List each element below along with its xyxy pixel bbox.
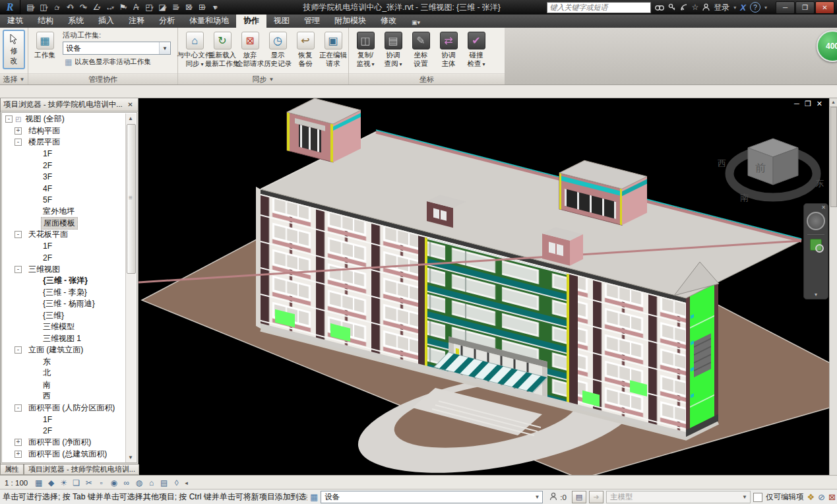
tree-item[interactable]: - 楼层平面 (3, 137, 126, 148)
ribbon-display-toggle[interactable]: ▣▾ (408, 17, 424, 28)
project-browser-tab[interactable]: 项目浏览器 - 技师学院机电培训... (24, 464, 139, 475)
expand-toggle-icon[interactable] (30, 162, 36, 168)
expand-toggle-icon[interactable] (30, 290, 36, 296)
communication-center-icon[interactable] (680, 3, 688, 11)
restore-backup-button[interactable]: ↩ 恢复 备份▾ (292, 30, 319, 68)
worksets-button[interactable]: ▦ 工作集 (31, 30, 59, 60)
search-icon[interactable] (655, 4, 664, 11)
expand-toggle-icon[interactable]: + (15, 451, 22, 458)
expand-toggle-icon[interactable]: - (5, 115, 13, 123)
relinquish-all-button[interactable]: ⊠ 放弃 全部请求▾ (236, 30, 264, 68)
tab-systems[interactable]: 系统 (61, 13, 91, 28)
design-option-select[interactable]: 主模型▼ (606, 491, 751, 503)
tree-item[interactable]: 2F (3, 425, 126, 437)
close-hidden-windows-icon[interactable]: ⊠▾ (183, 1, 195, 13)
expand-toggle-icon[interactable] (30, 416, 36, 422)
tree-item[interactable]: + 面积平面 (净面积) (3, 437, 126, 449)
tree-item[interactable]: 东 (3, 356, 126, 368)
canvas-scrollbar[interactable]: ▲ (829, 98, 837, 475)
expand-toggle-icon[interactable]: + (15, 127, 22, 135)
thin-lines-icon[interactable]: ≣▾ (170, 1, 182, 13)
tab-modify[interactable]: 修改 (373, 13, 404, 28)
reveal-hidden-elements-icon[interactable]: ◍ (133, 477, 144, 488)
tree-item[interactable]: - 三维视图 (3, 264, 126, 276)
navbar-options-icon[interactable]: ▾ (815, 292, 817, 299)
view-close-icon[interactable]: ✕ (817, 100, 822, 108)
detail-level-icon[interactable]: ▦ (33, 477, 44, 488)
tree-item[interactable]: {三维} (3, 310, 126, 322)
tab-manage[interactable]: 管理 (297, 13, 327, 28)
tree-item[interactable]: + 结构平面 (3, 125, 126, 137)
worksharing-display-settings-button[interactable]: ▤ (572, 491, 586, 503)
expand-toggle-icon[interactable] (30, 301, 36, 307)
tab-addins[interactable]: 附加模块 (327, 13, 373, 28)
temporary-hide-isolate-icon[interactable]: ∞ (121, 477, 132, 488)
tree-item[interactable]: 室外地坪 (3, 206, 126, 218)
zoom-icon[interactable] (810, 239, 822, 251)
sign-in-label[interactable]: 登录 (714, 2, 729, 13)
save-icon[interactable]: ◫▾ (38, 1, 50, 13)
expand-toggle-icon[interactable] (30, 220, 36, 226)
tab-massing-site[interactable]: 体量和场地 (182, 13, 236, 28)
tab-annotate[interactable]: 注释 (121, 13, 152, 28)
navbar-close-icon[interactable]: ✕ (821, 205, 826, 210)
canvas-scroll-up-icon[interactable]: ▲ (830, 98, 837, 107)
expand-toggle-icon[interactable] (30, 278, 36, 284)
expand-toggle-icon[interactable] (30, 208, 36, 214)
synchronize-with-central-button[interactable]: ⌂ 与中心文件 同步▾ (181, 30, 208, 68)
expand-toggle-icon[interactable]: - (15, 404, 22, 412)
tab-insert[interactable]: 插入 (91, 13, 121, 28)
modify-button[interactable]: 修改 (3, 30, 25, 69)
expand-toggle-icon[interactable] (30, 428, 36, 434)
tree-item[interactable]: 北 (3, 367, 126, 379)
section-icon[interactable]: ◪▾ (156, 1, 169, 13)
browser-scrollbar[interactable]: ▲ ▼ (125, 113, 136, 462)
tree-item[interactable]: 2F (3, 252, 126, 264)
signin-dropdown-icon[interactable]: ▾ (733, 5, 736, 11)
tree-item[interactable]: 2F (3, 160, 126, 172)
expand-toggle-icon[interactable]: + (15, 439, 22, 446)
canvas-scrollbar-thumb[interactable] (830, 107, 837, 207)
expand-toggle-icon[interactable] (30, 382, 36, 388)
show-history-button[interactable]: ◷ 显示 历史记录▾ (264, 30, 292, 68)
crop-view-icon[interactable]: ✂ (83, 477, 94, 488)
tree-item[interactable]: 1F (3, 148, 126, 160)
aligned-dimension-icon[interactable]: ↔▾ (104, 1, 116, 13)
help-icon[interactable]: ? (750, 2, 760, 13)
shadows-icon[interactable]: ❏ (71, 477, 82, 488)
measure-icon[interactable]: ∠▾ (90, 1, 103, 13)
tab-view[interactable]: 视图 (266, 13, 297, 28)
tree-item[interactable]: {三维 - 杨雨迪} (3, 298, 126, 310)
crop-region-visibility-icon[interactable]: ▫ (96, 477, 107, 488)
switch-windows-icon[interactable]: ⊞▾ (196, 1, 208, 13)
expand-toggle-icon[interactable] (30, 370, 36, 376)
close-button[interactable]: ✕ (815, 1, 834, 14)
project-browser-titlebar[interactable]: 项目浏览器 - 技师学院机电培训中... ✕ (1, 98, 138, 111)
view-restore-icon[interactable]: ❐ (805, 100, 811, 108)
expand-toggle-icon[interactable] (30, 174, 36, 180)
expand-toggle-icon[interactable] (30, 393, 36, 399)
editing-requests-icon[interactable] (549, 492, 557, 503)
interference-check-button[interactable]: ✔ 碰撞 检查▾ (462, 30, 490, 68)
tree-item[interactable]: - 天花板平面 (3, 229, 126, 241)
tree-item[interactable]: 屋面楼板 (3, 218, 126, 230)
tab-structure[interactable]: 结构 (30, 13, 61, 28)
expand-toggle-icon[interactable]: - (15, 139, 22, 146)
viewbar-collapse-icon[interactable]: ◂ (185, 480, 188, 486)
expand-toggle-icon[interactable] (30, 243, 36, 249)
copy-monitor-button[interactable]: ◫ 复制/ 监视▾ (352, 30, 379, 68)
scroll-down-icon[interactable]: ▼ (126, 453, 135, 462)
expand-toggle-icon[interactable] (30, 197, 36, 203)
view-scale-button[interactable]: 1 : 100 (5, 479, 28, 487)
scroll-up-icon[interactable]: ▲ (126, 113, 135, 123)
expand-toggle-icon[interactable] (30, 324, 36, 330)
tree-item[interactable]: 三维模型 (3, 321, 126, 333)
undo-icon[interactable]: ↶▾ (64, 1, 77, 13)
properties-tab[interactable]: 属性 (0, 464, 24, 475)
coordination-host-button[interactable]: ⇄ 协调 主体▾ (435, 30, 462, 68)
tree-item[interactable]: + 面积平面 (总建筑面积) (3, 449, 126, 460)
help-dropdown-icon[interactable]: ▾ (764, 5, 767, 11)
tree-item[interactable]: 4F (3, 183, 126, 195)
expand-toggle-icon[interactable] (30, 359, 36, 365)
tree-item[interactable]: - 面积平面 (人防分区面积) (3, 402, 126, 414)
